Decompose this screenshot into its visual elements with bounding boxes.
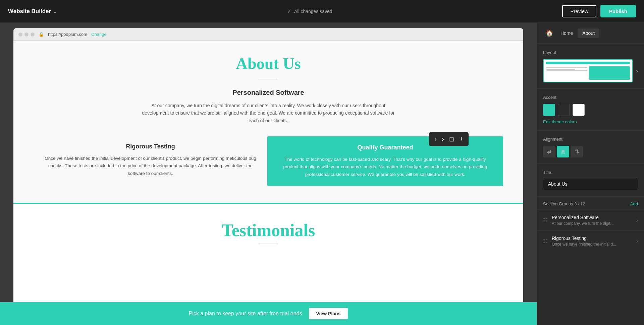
group-name-rigorous: Rigorous Testing	[552, 236, 632, 241]
browser-chrome: 🔒 https://podplum.com Change	[13, 28, 523, 41]
view-plans-button[interactable]: View Plans	[309, 308, 348, 319]
accent-section: Accent Edit theme colors	[537, 89, 644, 131]
banner-text: Pick a plan to keep your site after free…	[189, 311, 302, 317]
about-section[interactable]: About Us Personalized Software At our co…	[13, 41, 523, 204]
title-field-label: Title	[543, 170, 638, 175]
personalized-description: At our company, we turn the digital drea…	[138, 102, 399, 124]
layout-next-button[interactable]: ›	[636, 67, 638, 74]
about-columns: Rigorous Testing Once we have finished t…	[34, 136, 503, 186]
save-status: ✓ All changes saved	[57, 8, 562, 14]
canvas-area: 🔒 https://podplum.com Change About Us Pe…	[0, 23, 537, 325]
browser-url: https://podplum.com	[48, 32, 87, 37]
about-divider	[258, 79, 278, 79]
check-icon: ✓	[287, 8, 291, 14]
browser-dot-green	[31, 32, 35, 37]
align-center-button[interactable]: ≣	[557, 146, 569, 157]
layout-thumb-header	[546, 62, 630, 64]
group-item-rigorous[interactable]: ☷ Rigorous Testing Once we have finished…	[537, 231, 644, 251]
save-status-text: All changes saved	[294, 9, 332, 14]
alignment-buttons: ⇄ ≣ ⇅	[543, 146, 638, 157]
testimonials-section: Testimonials	[13, 204, 523, 258]
lock-icon: 🔒	[39, 32, 44, 37]
testimonials-divider	[258, 244, 278, 244]
group-desc-rigorous: Once we have finished the initial d...	[552, 242, 632, 247]
move-left-button[interactable]: ‹	[432, 134, 438, 144]
nav-about[interactable]: About	[578, 28, 599, 38]
align-left-button[interactable]: ⇄	[543, 146, 555, 157]
edit-theme-link[interactable]: Edit theme colors	[543, 119, 638, 124]
alignment-section: Alignment ⇄ ≣ ⇅	[537, 131, 644, 164]
group-info-rigorous: Rigorous Testing Once we have finished t…	[552, 236, 632, 247]
nav-home[interactable]: Home	[556, 28, 578, 38]
rigorous-testing-col: Rigorous Testing Once we have finished t…	[34, 136, 267, 186]
accent-swatches	[543, 104, 638, 116]
preview-button[interactable]: Preview	[562, 5, 596, 17]
personalized-subtitle: Personalized Software	[34, 89, 503, 96]
accent-dark-swatch[interactable]	[558, 104, 570, 116]
section-groups-header: Section Groups 3 / 12 Add	[537, 197, 644, 210]
quality-text: The world of technology can be fast-pace…	[278, 156, 492, 178]
page-nav: 🏠 Home About	[537, 23, 644, 44]
right-panel: 🏠 Home About Layout	[537, 23, 644, 325]
browser-dot-red	[18, 32, 22, 37]
group-chevron-rigorous: ›	[636, 238, 638, 244]
home-icon-button[interactable]: 🏠	[543, 28, 556, 38]
align-right-button[interactable]: ⇅	[571, 146, 583, 157]
layout-thumbnail[interactable]	[543, 59, 633, 82]
group-chevron-personalized: ›	[636, 217, 638, 223]
app-title: Website Builder	[8, 8, 51, 15]
topbar: Website Builder ⌄ ✓ All changes saved Pr…	[0, 0, 644, 23]
layout-section: Layout ›	[537, 44, 644, 89]
section-groups-label: Section Groups 3 / 12	[543, 201, 585, 206]
group-desc-personalized: At our company, we turn the digit...	[552, 221, 632, 226]
bottom-banner: Pick a plan to keep your site after free…	[0, 302, 537, 325]
browser-dot-yellow	[24, 32, 29, 37]
add-button[interactable]: +	[458, 134, 465, 144]
section-groups-add-button[interactable]: Add	[630, 201, 638, 206]
change-url-button[interactable]: Change	[91, 32, 107, 37]
alignment-label: Alignment	[543, 137, 638, 142]
accent-white-swatch[interactable]	[573, 104, 585, 116]
testimonials-title: Testimonials	[34, 220, 503, 240]
group-info-personalized: Personalized Software At our company, we…	[552, 215, 632, 226]
title-chevron-icon: ⌄	[53, 9, 57, 14]
quality-guaranteed-col[interactable]: ‹ › ◻ + Quality Guaranteed The world of …	[267, 136, 503, 186]
group-item-personalized[interactable]: ☷ Personalized Software At our company, …	[537, 210, 644, 231]
layout-preview[interactable]: ›	[543, 59, 638, 82]
accent-teal-swatch[interactable]	[543, 104, 555, 116]
browser-toolbar: 🔒 https://podplum.com Change	[14, 28, 523, 41]
page-content: About Us Personalized Software At our co…	[13, 41, 523, 302]
app-title-area[interactable]: Website Builder ⌄	[8, 8, 57, 15]
section-toolbar: ‹ › ◻ +	[429, 132, 469, 146]
publish-button[interactable]: Publish	[600, 5, 636, 17]
accent-label: Accent	[543, 95, 638, 100]
title-input[interactable]	[543, 178, 638, 190]
drag-handle-icon: ☷	[543, 217, 548, 223]
main-layout: 🔒 https://podplum.com Change About Us Pe…	[0, 23, 644, 325]
rigorous-text: Once we have finished the initial develo…	[44, 155, 257, 177]
topbar-actions: Preview Publish	[562, 5, 636, 17]
about-title: About Us	[34, 54, 503, 73]
rigorous-title: Rigorous Testing	[44, 143, 257, 150]
move-right-button[interactable]: ›	[440, 134, 446, 144]
title-section: Title	[537, 164, 644, 197]
browser-dots	[18, 32, 35, 37]
layout-label: Layout	[543, 50, 638, 55]
duplicate-button[interactable]: ◻	[447, 134, 456, 144]
group-name-personalized: Personalized Software	[552, 215, 632, 220]
drag-handle-icon-2: ☷	[543, 238, 548, 244]
